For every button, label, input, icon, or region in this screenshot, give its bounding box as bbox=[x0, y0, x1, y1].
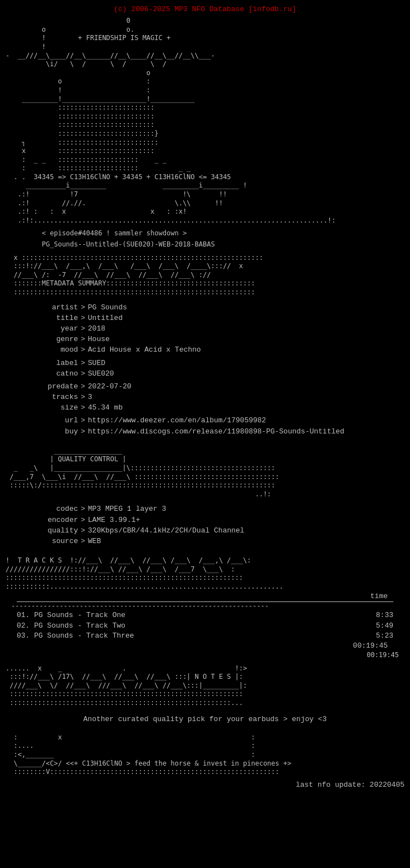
table-row: 01. PG Sounds - Track One 8:33 bbox=[11, 610, 399, 620]
tracks-total: 00:19:45 bbox=[17, 641, 393, 651]
catno-label: catno bbox=[28, 369, 78, 379]
tracks-header: time bbox=[17, 591, 393, 602]
source-label: source bbox=[28, 536, 78, 546]
stars-art: - __///__\____//__\______//__\____//__\_… bbox=[6, 52, 404, 69]
release-name-art: PG_Sounds--Untitled-(SUE020)-WEB-2018-BA… bbox=[6, 240, 404, 249]
metadata-banner-art: x ::::::::::::::::::::::::::::::::::::::… bbox=[6, 254, 404, 297]
metadata-title: title > Untitled bbox=[28, 313, 404, 323]
quality-block: codec > MP3 MPEG 1 layer 3 encoder > LAM… bbox=[6, 504, 404, 546]
episode-art: < episode#40486 ! sammler showdown > bbox=[6, 229, 404, 238]
track-02-info: 02. PG Sounds - Track Two bbox=[17, 621, 125, 631]
quality-encoder: encoder > LAME 3.99.1+ bbox=[28, 515, 404, 525]
artist-label: artist bbox=[28, 303, 78, 313]
buy-value: https://www.discogs.com/release/11980898… bbox=[88, 427, 344, 437]
genre-value: House bbox=[88, 334, 110, 344]
notes-text: Another curated quality pick for your ea… bbox=[6, 714, 404, 724]
deco-mid-art: __________i_________ _________i_________… bbox=[6, 181, 404, 225]
track-03-info: 03. PG Sounds - Track Three bbox=[17, 631, 134, 641]
url-value: https://www.deezer.com/en/album/17905998… bbox=[88, 416, 266, 426]
formula-art: . . 34345 => C13H16ClNO + 34345 + C13H16… bbox=[6, 173, 404, 182]
metadata-tracks: tracks > 3 bbox=[28, 392, 404, 402]
mood-value: Acid House x Acid x Techno bbox=[88, 345, 201, 355]
year-value: 2018 bbox=[88, 324, 105, 334]
source-value: WEB bbox=[88, 536, 101, 546]
footer-art: : x : :.... : :<,_______ : \______/<C> bbox=[6, 733, 404, 777]
genre-label: genre bbox=[28, 334, 78, 344]
tracks-banner-art: ! T R A C K S !://___\ //___\ //___\ /__… bbox=[6, 556, 404, 591]
metadata-artist: artist > PG Sounds bbox=[28, 303, 404, 313]
codec-value: MP3 MPEG 1 layer 3 bbox=[88, 504, 166, 514]
quality-codec: codec > MP3 MPEG 1 layer 3 bbox=[28, 504, 404, 514]
quality-quality: quality > 320Kbps/CBR/44.1kHz/2CH/Dual C… bbox=[28, 526, 404, 536]
track-03-time: 5:23 bbox=[376, 631, 393, 641]
last-update: last nfo update: 20220405 bbox=[6, 780, 404, 790]
track-02-time: 5:49 bbox=[376, 621, 393, 631]
table-row: 03. PG Sounds - Track Three 5:23 bbox=[11, 631, 399, 641]
title-label: title bbox=[28, 313, 78, 323]
title-value: Untitled bbox=[88, 313, 123, 323]
predate-label: predate bbox=[28, 382, 78, 392]
track-01-info: 01. PG Sounds - Track One bbox=[17, 610, 125, 620]
top-banner-art: 0 o o. ! + FRIENDSHIP IS MAGIC + ! bbox=[6, 17, 404, 51]
label-label: label bbox=[28, 358, 78, 368]
tracks-container: time -----------------------------------… bbox=[6, 591, 404, 652]
artist-value: PG Sounds bbox=[88, 303, 127, 313]
notes-banner-art: ...... x _ . !:> :::!://___\ /17\ //___\… bbox=[6, 664, 404, 708]
total-time: 00:19:45 bbox=[6, 651, 404, 660]
mood-label: mood bbox=[28, 345, 78, 355]
metadata-url: url > https://www.deezer.com/en/album/17… bbox=[28, 416, 404, 426]
table-row: 02. PG Sounds - Track Two 5:49 bbox=[11, 621, 399, 631]
quality-banner-art: _________________ | QUALITY CONTROL | _ … bbox=[6, 447, 404, 499]
year-label: year bbox=[28, 324, 78, 334]
catno-value: SUE020 bbox=[88, 369, 114, 379]
quality-label: quality bbox=[28, 526, 78, 536]
encoder-value: LAME 3.99.1+ bbox=[88, 515, 140, 525]
predate-value: 2022-07-20 bbox=[88, 382, 131, 392]
metadata-catno: catno > SUE020 bbox=[28, 369, 404, 379]
size-label: size bbox=[28, 403, 78, 413]
size-value: 45.34 mb bbox=[88, 403, 123, 413]
metadata-predate: predate > 2022-07-20 bbox=[28, 382, 404, 392]
header-credit: (c) 2006-2025 MP3 NFO Database [infodb.r… bbox=[6, 4, 404, 14]
tracks-label: tracks bbox=[28, 392, 78, 402]
friendship-art: o o : ! : _________!____________________… bbox=[6, 69, 404, 173]
metadata-mood: mood > Acid House x Acid x Techno bbox=[28, 345, 404, 355]
buy-label: buy bbox=[28, 427, 78, 437]
quality-source: source > WEB bbox=[28, 536, 404, 546]
metadata-genre: genre > House bbox=[28, 334, 404, 344]
time-header: time bbox=[370, 591, 388, 601]
label-value: SUED bbox=[88, 358, 105, 368]
quality-value: 320Kbps/CBR/44.1kHz/2CH/Dual Channel bbox=[88, 526, 245, 536]
metadata-label: label > SUED bbox=[28, 358, 404, 368]
tracks-value: 3 bbox=[88, 392, 92, 402]
metadata-buy: buy > https://www.discogs.com/release/11… bbox=[28, 427, 404, 437]
tracks-divider: ----------------------------------------… bbox=[11, 602, 399, 611]
metadata-year: year > 2018 bbox=[28, 324, 404, 334]
metadata-size: size > 45.34 mb bbox=[28, 403, 404, 413]
track-01-time: 8:33 bbox=[376, 610, 393, 620]
encoder-label: encoder bbox=[28, 515, 78, 525]
metadata-block: artist > PG Sounds title > Untitled year… bbox=[6, 303, 404, 437]
url-label: url bbox=[28, 416, 78, 426]
codec-label: codec bbox=[28, 504, 78, 514]
